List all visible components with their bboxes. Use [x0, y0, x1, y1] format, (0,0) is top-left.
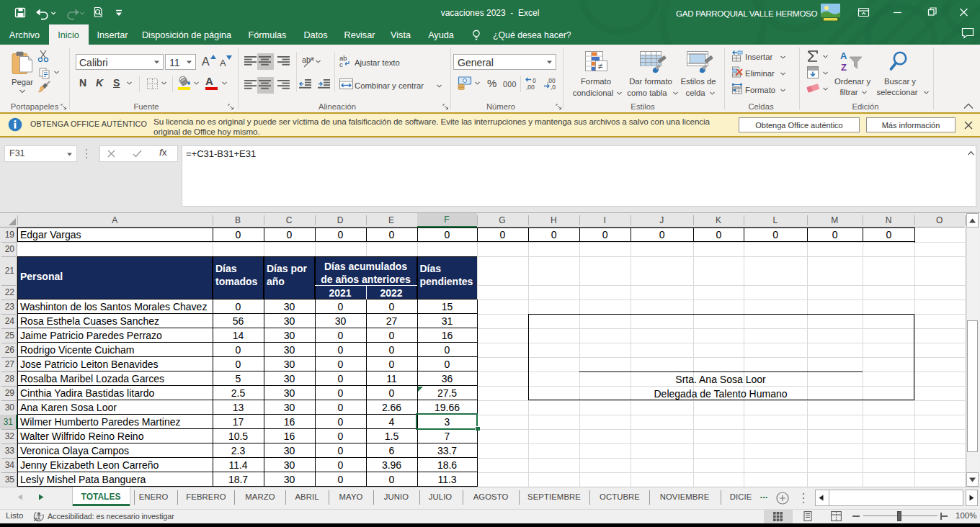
svg-text:ab: ab	[302, 55, 311, 64]
svg-text:,00: ,00	[526, 84, 535, 90]
svg-text:,0: ,0	[551, 84, 556, 90]
svg-text:A: A	[840, 50, 847, 61]
svg-text:≠: ≠	[598, 61, 603, 71]
svg-text:c: c	[339, 60, 343, 68]
svg-text:Z: Z	[841, 62, 847, 72]
